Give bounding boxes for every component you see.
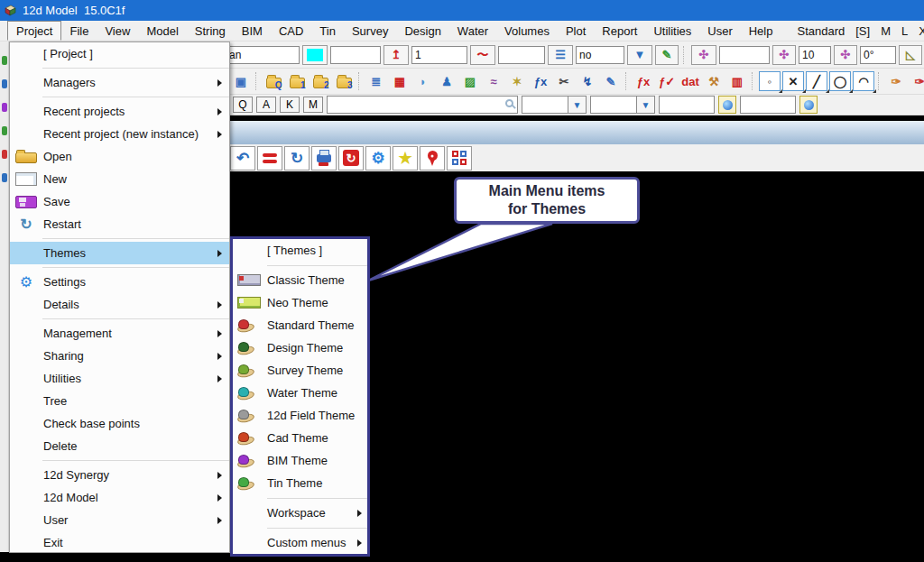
pinwheel-size-icon[interactable]: ✣ <box>772 45 796 65</box>
menubar-item-design[interactable]: Design <box>396 21 448 41</box>
menubar-item-l[interactable]: L <box>896 21 913 41</box>
line-weight-button[interactable] <box>257 146 282 170</box>
z-value-field[interactable]: 1 <box>411 46 467 64</box>
menubar-item-s[interactable]: [S] <box>850 21 875 41</box>
menubar-item-m[interactable]: M <box>875 21 896 41</box>
menu-item-user[interactable]: User <box>10 509 229 531</box>
calendar-icon[interactable]: ▦ <box>389 71 411 92</box>
colour-name-field[interactable]: an <box>226 46 300 64</box>
menubar-item-view[interactable]: View <box>97 21 138 41</box>
refresh-view-button[interactable]: ↻ <box>338 146 364 170</box>
image-icon[interactable]: ▨ <box>459 71 481 92</box>
mesh-icon[interactable]: ✶ <box>506 71 528 92</box>
print-button[interactable] <box>311 146 337 170</box>
pen-orange-icon[interactable]: ✑ <box>885 71 907 92</box>
menu-item-themes[interactable]: Themes <box>10 242 229 264</box>
dropdown-triangle-icon[interactable]: ▼ <box>568 96 587 114</box>
folder-q-icon[interactable] <box>263 71 284 92</box>
line-weight-icon[interactable]: ☰ <box>548 45 573 65</box>
menubar-item-utilities[interactable]: Utilities <box>645 21 699 41</box>
themes-submenu-item-neo-theme[interactable]: Neo Theme <box>233 291 367 314</box>
menu-item-utilities[interactable]: Utilities <box>10 367 229 390</box>
polyline-icon[interactable]: ↯ <box>577 71 598 92</box>
layout-grid-button[interactable] <box>447 146 472 170</box>
symbol-field[interactable] <box>719 46 770 64</box>
tools-icon[interactable]: ⚒ <box>703 71 725 92</box>
fx-edit-icon[interactable]: ƒ✓ <box>656 71 678 92</box>
menu-item-managers[interactable]: Managers <box>10 71 229 94</box>
menubar-item-volumes[interactable]: Volumes <box>496 21 558 41</box>
themes-submenu-item-bim-theme[interactable]: BIM Theme <box>233 449 367 472</box>
menubar-item-help[interactable]: Help <box>741 21 781 41</box>
folder-2-icon[interactable] <box>310 71 331 92</box>
themes-submenu-item-12d-field-theme[interactable]: 12d Field Theme <box>233 404 367 427</box>
favorites-button[interactable]: ★ <box>393 146 418 170</box>
mode-button-q[interactable]: Q <box>233 97 253 113</box>
menu-item-settings[interactable]: Settings <box>10 271 229 293</box>
undo-button[interactable]: ↶ <box>230 146 255 170</box>
plan-view-icon[interactable]: ▣ <box>230 71 252 92</box>
cad-panel-icon[interactable]: ▥ <box>726 71 748 92</box>
draw-line-icon[interactable]: ╱ <box>806 71 827 91</box>
themes-submenu-item-cad-theme[interactable]: Cad Theme <box>233 427 367 449</box>
model-combo[interactable]: ▼ <box>522 96 587 114</box>
menu-item-details[interactable]: Details <box>10 293 229 316</box>
themes-submenu-item-classic-theme[interactable]: Classic Theme <box>233 269 367 291</box>
mode-button-m[interactable]: M <box>303 97 323 113</box>
menu-item-open[interactable]: Open <box>10 145 229 168</box>
themes-submenu-item-themes[interactable]: [ Themes ] <box>233 239 367 262</box>
menu-item-12d-model[interactable]: 12d Model <box>10 486 229 509</box>
view-title-bar[interactable] <box>221 121 924 144</box>
menubar-item-string[interactable]: String <box>187 21 234 41</box>
menu-item-project[interactable]: [ Project ] <box>10 42 229 65</box>
pen-icon[interactable]: ✎ <box>655 45 679 65</box>
menubar-item-standard[interactable]: Standard <box>791 21 850 41</box>
menubar-item-tin[interactable]: Tin <box>311 21 344 41</box>
dropdown-triangle-icon[interactable]: ▼ <box>627 45 652 65</box>
location-pin-button[interactable] <box>420 146 445 170</box>
themes-submenu-item-tin-theme[interactable]: Tin Theme <box>233 472 367 494</box>
themes-submenu-item-workspace[interactable]: Workspace <box>233 502 367 524</box>
menubar-item-project[interactable]: Project <box>7 21 61 41</box>
draw-circle-icon[interactable]: ◯ <box>829 71 851 91</box>
menu-item-sharing[interactable]: Sharing <box>10 345 229 367</box>
style-field[interactable] <box>498 46 545 64</box>
symbol-angle-field[interactable]: 0° <box>860 46 896 64</box>
pinwheel-angle-icon[interactable]: ✣ <box>834 45 857 65</box>
menubar-item-plot[interactable]: Plot <box>558 21 594 41</box>
raise-z-icon[interactable]: ↥ <box>383 45 409 65</box>
menu-item-restart[interactable]: Restart <box>10 213 229 235</box>
dat-icon[interactable]: dat <box>679 71 701 92</box>
pen-red-icon[interactable]: ✑ <box>909 71 924 92</box>
colour-swatch-button[interactable] <box>302 45 328 65</box>
menubar-item-survey[interactable]: Survey <box>344 21 396 41</box>
draw-node-icon[interactable]: ✕ <box>782 71 804 91</box>
linestyle-field[interactable] <box>330 46 381 64</box>
fill-field[interactable]: no <box>576 46 624 64</box>
menubar-item-bim[interactable]: BIM <box>234 21 271 41</box>
fx-red-icon[interactable]: ƒx <box>633 71 654 92</box>
menubar-item-report[interactable]: Report <box>594 21 645 41</box>
snap-field-2-picker-button[interactable] <box>799 96 818 114</box>
org-chart-icon[interactable]: ≣ <box>365 71 387 92</box>
symbol-size-field[interactable]: 10 <box>799 46 831 64</box>
snap-field-2[interactable] <box>740 96 796 114</box>
draw-point-icon[interactable]: ◦ <box>759 71 781 91</box>
folder-3-icon[interactable] <box>333 71 355 92</box>
themes-submenu-item-water-theme[interactable]: Water Theme <box>233 382 367 404</box>
menubar-item-model[interactable]: Model <box>138 21 186 41</box>
dropdown-triangle-icon[interactable]: ▼ <box>637 96 655 114</box>
snap-field-1[interactable] <box>659 96 715 114</box>
menu-item-save[interactable]: Save <box>10 190 229 213</box>
string-combo-field[interactable] <box>590 96 637 114</box>
menu-item-check-base-points[interactable]: Check base points <box>10 412 229 435</box>
themes-submenu-item-survey-theme[interactable]: Survey Theme <box>233 359 367 382</box>
menu-item-tree[interactable]: Tree <box>10 390 229 412</box>
angle-icon[interactable]: ◺ <box>899 45 922 65</box>
mode-button-a[interactable]: A <box>256 97 276 113</box>
menu-item-delete[interactable]: Delete <box>10 435 229 457</box>
fx-icon[interactable]: ƒx <box>530 71 551 92</box>
draw-arc-icon[interactable]: ◠ <box>853 71 874 91</box>
menu-item-12d-synergy[interactable]: 12d Synergy <box>10 464 229 486</box>
menubar-item-cad[interactable]: CAD <box>271 21 311 41</box>
